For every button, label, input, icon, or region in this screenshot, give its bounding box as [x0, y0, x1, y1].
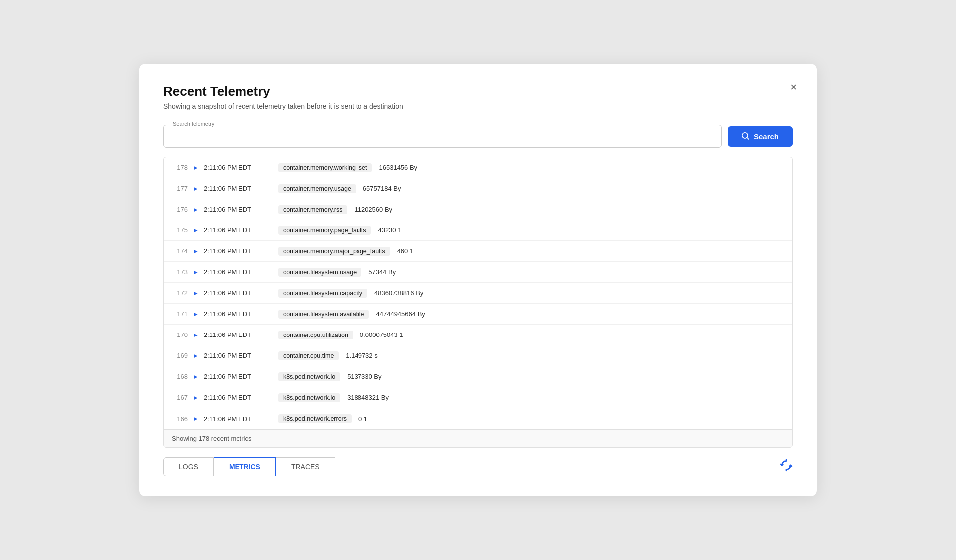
row-value: 48360738816 By	[374, 289, 423, 297]
row-time: 2:11:06 PM EDT	[204, 310, 273, 318]
row-time: 2:11:06 PM EDT	[204, 415, 273, 423]
metric-tag: container.cpu.utilization	[278, 331, 353, 339]
table-row[interactable]: 172 ► 2:11:06 PM EDT container.filesyste…	[164, 283, 792, 304]
expand-chevron[interactable]: ►	[193, 164, 199, 171]
metrics-table: 178 ► 2:11:06 PM EDT container.memory.wo…	[163, 157, 793, 448]
row-value: 460 1	[397, 247, 414, 255]
row-time: 2:11:06 PM EDT	[204, 373, 273, 380]
tab-metrics[interactable]: METRICS	[214, 457, 276, 476]
row-number: 173	[172, 268, 188, 276]
search-area: Search telemetry Search	[163, 125, 793, 148]
row-value: 44744945664 By	[376, 310, 425, 318]
table-row[interactable]: 174 ► 2:11:06 PM EDT container.memory.ma…	[164, 241, 792, 262]
row-value: 57344 By	[368, 268, 396, 276]
row-time: 2:11:06 PM EDT	[204, 394, 273, 401]
metric-tag: container.memory.page_faults	[278, 226, 371, 235]
search-icon	[742, 132, 750, 140]
metric-tag: container.filesystem.usage	[278, 268, 361, 277]
row-number: 176	[172, 206, 188, 213]
table-row[interactable]: 169 ► 2:11:06 PM EDT container.cpu.time …	[164, 345, 792, 366]
metric-tag: k8s.pod.network.io	[278, 393, 340, 402]
table-row[interactable]: 171 ► 2:11:06 PM EDT container.filesyste…	[164, 304, 792, 325]
expand-chevron[interactable]: ►	[193, 185, 199, 192]
expand-chevron[interactable]: ►	[193, 332, 199, 338]
search-input[interactable]	[164, 125, 721, 147]
refresh-icon	[780, 459, 793, 472]
metric-tag: container.memory.usage	[278, 184, 356, 193]
search-field-label: Search telemetry	[171, 121, 216, 127]
row-value: 5137330 By	[347, 373, 381, 380]
modal-subtitle: Showing a snapshot of recent telemetry t…	[163, 102, 793, 110]
metric-tag: container.filesystem.capacity	[278, 289, 367, 298]
table-row[interactable]: 166 ► 2:11:06 PM EDT k8s.pod.network.err…	[164, 408, 792, 429]
table-footer: Showing 178 recent metrics	[164, 429, 792, 447]
row-value: 43230 1	[378, 226, 401, 234]
row-value: 16531456 By	[379, 164, 417, 171]
expand-chevron[interactable]: ►	[193, 290, 199, 297]
row-number: 168	[172, 373, 188, 380]
metric-tag: container.filesystem.available	[278, 310, 369, 319]
row-value: 65757184 By	[363, 185, 401, 192]
row-number: 175	[172, 226, 188, 234]
table-row[interactable]: 173 ► 2:11:06 PM EDT container.filesyste…	[164, 262, 792, 283]
row-time: 2:11:06 PM EDT	[204, 289, 273, 297]
table-row[interactable]: 170 ► 2:11:06 PM EDT container.cpu.utili…	[164, 325, 792, 345]
row-value: 0 1	[358, 415, 367, 423]
expand-chevron[interactable]: ►	[193, 206, 199, 213]
close-button[interactable]: ×	[790, 82, 797, 93]
table-row[interactable]: 177 ► 2:11:06 PM EDT container.memory.us…	[164, 178, 792, 199]
metric-tag: container.memory.working_set	[278, 163, 372, 172]
row-time: 2:11:06 PM EDT	[204, 206, 273, 213]
row-time: 2:11:06 PM EDT	[204, 247, 273, 255]
table-scroll[interactable]: 178 ► 2:11:06 PM EDT container.memory.wo…	[164, 157, 792, 429]
metric-tag: container.memory.major_page_faults	[278, 247, 390, 256]
tab-traces[interactable]: TRACES	[276, 457, 335, 476]
expand-chevron[interactable]: ►	[193, 248, 199, 255]
metric-tag: k8s.pod.network.errors	[278, 414, 352, 423]
row-number: 174	[172, 247, 188, 255]
row-time: 2:11:06 PM EDT	[204, 185, 273, 192]
modal-title: Recent Telemetry	[163, 84, 793, 99]
row-time: 2:11:06 PM EDT	[204, 331, 273, 338]
metric-tag: container.cpu.time	[278, 351, 339, 360]
refresh-button[interactable]	[780, 459, 793, 475]
expand-chevron[interactable]: ►	[193, 269, 199, 276]
row-number: 170	[172, 331, 188, 338]
row-number: 166	[172, 415, 188, 423]
expand-chevron[interactable]: ►	[193, 394, 199, 401]
row-number: 172	[172, 289, 188, 297]
row-number: 167	[172, 394, 188, 401]
table-row[interactable]: 167 ► 2:11:06 PM EDT k8s.pod.network.io …	[164, 387, 792, 408]
expand-chevron[interactable]: ►	[193, 227, 199, 234]
row-value: 11202560 By	[354, 206, 392, 213]
modal-container: Recent Telemetry Showing a snapshot of r…	[139, 64, 817, 496]
row-number: 178	[172, 164, 188, 171]
metric-tag: k8s.pod.network.io	[278, 372, 340, 381]
expand-chevron[interactable]: ►	[193, 373, 199, 380]
row-time: 2:11:06 PM EDT	[204, 226, 273, 234]
bottom-tabs: LOGSMETRICSTRACES	[163, 457, 793, 476]
table-row[interactable]: 168 ► 2:11:06 PM EDT k8s.pod.network.io …	[164, 366, 792, 387]
search-button-label: Search	[754, 132, 779, 141]
row-time: 2:11:06 PM EDT	[204, 268, 273, 276]
row-number: 177	[172, 185, 188, 192]
expand-chevron[interactable]: ►	[193, 311, 199, 318]
row-number: 169	[172, 352, 188, 359]
table-row[interactable]: 175 ► 2:11:06 PM EDT container.memory.pa…	[164, 220, 792, 241]
expand-chevron[interactable]: ►	[193, 415, 199, 422]
table-row[interactable]: 176 ► 2:11:06 PM EDT container.memory.rs…	[164, 199, 792, 220]
search-field-wrapper: Search telemetry	[163, 125, 722, 148]
table-row[interactable]: 178 ► 2:11:06 PM EDT container.memory.wo…	[164, 157, 792, 178]
row-value: 1.149732 s	[346, 352, 377, 359]
row-time: 2:11:06 PM EDT	[204, 352, 273, 359]
row-value: 318848321 By	[347, 394, 389, 401]
expand-chevron[interactable]: ►	[193, 352, 199, 359]
row-value: 0.000075043 1	[360, 331, 403, 338]
row-number: 171	[172, 310, 188, 318]
search-button[interactable]: Search	[728, 126, 793, 147]
metric-tag: container.memory.rss	[278, 205, 348, 214]
tab-logs[interactable]: LOGS	[163, 457, 214, 476]
modal-header: Recent Telemetry Showing a snapshot of r…	[163, 84, 793, 110]
row-time: 2:11:06 PM EDT	[204, 164, 273, 171]
